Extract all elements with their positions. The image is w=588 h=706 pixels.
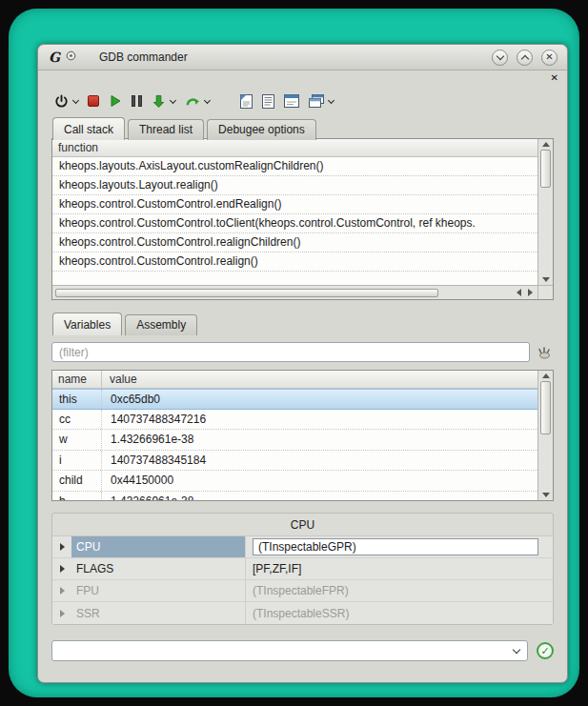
cpu-row[interactable]: FLAGS [PF,ZF,IF]: [52, 558, 553, 580]
variables-vertical-scrollbar[interactable]: [537, 371, 553, 500]
app-badge-icon: [66, 50, 76, 61]
callstack-row[interactable]: kheops.layouts.AxisLayout.customRealignC…: [52, 157, 537, 176]
scroll-right-icon[interactable]: [528, 289, 533, 296]
variable-row[interactable]: b 1.43266961e-38: [52, 492, 537, 501]
scroll-up-icon[interactable]: [542, 373, 550, 378]
pick-variable-icon[interactable]: [537, 345, 554, 359]
command-row: ✓: [51, 640, 554, 661]
expander[interactable]: [52, 543, 71, 551]
variable-value: 0x44150000: [102, 471, 182, 491]
dropdown-chevron-icon: [72, 96, 79, 103]
dock-close-button[interactable]: ✕: [551, 73, 558, 86]
apply-button[interactable]: ✓: [537, 642, 554, 659]
command-input[interactable]: [60, 644, 514, 657]
register-value-editor[interactable]: (TInspectableGPR): [253, 538, 538, 555]
titlebar[interactable]: G GDB commander ✕: [38, 45, 567, 71]
command-combobox[interactable]: [51, 640, 528, 661]
debug-windows-button[interactable]: [308, 93, 335, 109]
scroll-left-icon[interactable]: [517, 289, 521, 296]
value-column-header[interactable]: value: [102, 371, 537, 388]
power-button[interactable]: [53, 93, 79, 110]
variable-row[interactable]: cc 140737488347216: [52, 410, 537, 431]
register-group-value: (TInspectableGPR): [245, 536, 553, 557]
callstack-horizontal-scrollbar[interactable]: [52, 285, 537, 299]
tab-assembly[interactable]: Assembly: [125, 314, 197, 335]
scroll-down-icon[interactable]: [542, 277, 550, 282]
watch-window-button[interactable]: [283, 93, 300, 109]
variable-row[interactable]: i 140737488345184: [52, 451, 537, 472]
tab-thread-list[interactable]: Thread list: [128, 119, 204, 140]
variable-row[interactable]: this 0xc65db0: [52, 389, 537, 410]
dropdown-chevron-icon: [170, 96, 176, 103]
svg-text:G: G: [49, 50, 61, 65]
callstack-row[interactable]: kheops.control.CustomControl.realign(): [52, 252, 537, 272]
variable-name: i: [52, 451, 102, 471]
scrollbar-thumb[interactable]: [540, 150, 551, 188]
callstack-row[interactable]: kheops.control.CustomControl.endRealign(…: [52, 195, 537, 214]
teal-frame: G GDB commander ✕ ✕: [9, 9, 579, 697]
scrollbar-thumb[interactable]: [55, 289, 438, 297]
step-over-button[interactable]: [184, 93, 211, 110]
gdb-logo-icon: G: [48, 50, 63, 65]
callstack-row[interactable]: kheops.control.CustomControl.toClient(kh…: [52, 214, 537, 233]
minimize-button[interactable]: [492, 50, 508, 66]
chevron-right-icon: [60, 565, 65, 573]
run-button[interactable]: [108, 93, 123, 109]
scroll-down-icon[interactable]: [542, 493, 550, 497]
tab-variables[interactable]: Variables: [52, 313, 122, 335]
close-button[interactable]: ✕: [541, 50, 558, 66]
horizontal-scroll-arrows: [517, 289, 535, 296]
pause-button[interactable]: [131, 94, 143, 108]
cpu-row[interactable]: CPU (TInspectableGPR): [52, 536, 553, 558]
name-column-header[interactable]: name: [52, 371, 102, 388]
callstack-vertical-scrollbar[interactable]: [537, 139, 553, 285]
step-into-button[interactable]: [151, 93, 176, 110]
source-file-icon: [240, 94, 253, 109]
scrollbar-corner: [537, 285, 553, 299]
register-group-name: CPU: [71, 536, 245, 557]
callstack-column-header[interactable]: function: [52, 139, 537, 157]
watch-window-icon: [284, 94, 299, 108]
titlebar-buttons: ✕: [492, 50, 558, 66]
power-icon: [54, 94, 69, 109]
cpu-group: CPU CPU (TInspectableGPR) FLAGS [PF,ZF,I…: [51, 513, 554, 625]
cpu-row[interactable]: FPU (TInspectableFPR): [52, 580, 553, 602]
variable-name: this: [52, 390, 102, 409]
variable-row[interactable]: w 1.43266961e-38: [52, 430, 537, 451]
register-group-name: FLAGS: [71, 558, 245, 579]
variable-value: 0xc65db0: [102, 390, 169, 409]
stack-tabbar: Call stack Thread list Debugee options: [38, 116, 567, 139]
scrollbar-thumb[interactable]: [540, 381, 551, 434]
tab-debugee-options[interactable]: Debugee options: [207, 119, 316, 140]
call-list-button[interactable]: [261, 93, 275, 110]
scroll-up-icon[interactable]: [542, 142, 550, 147]
step-over-icon: [185, 94, 200, 109]
callstack-row[interactable]: kheops.layouts.Layout.realign(): [52, 176, 537, 195]
run-icon: [109, 94, 122, 108]
cpu-row[interactable]: SSR (TInspectableSSR): [52, 602, 553, 624]
variable-row[interactable]: child 0x44150000: [52, 471, 537, 492]
callstack-row[interactable]: kheops.control.CustomControl.realignChil…: [52, 233, 537, 252]
combo-dropdown-icon[interactable]: [513, 645, 520, 653]
expander[interactable]: [52, 610, 71, 617]
debug-toolbar: [38, 86, 567, 116]
close-icon: ✕: [545, 52, 553, 62]
cpu-group-title: CPU: [52, 514, 553, 535]
expander[interactable]: [52, 565, 71, 573]
filter-input[interactable]: [51, 342, 530, 362]
source-file-button[interactable]: [239, 93, 253, 110]
dropdown-chevron-icon: [204, 96, 211, 103]
step-into-icon: [152, 94, 166, 109]
stop-button[interactable]: [87, 94, 100, 108]
variable-value: 140737488345184: [102, 451, 214, 471]
pause-icon: [132, 95, 142, 107]
gdb-commander-window: G GDB commander ✕ ✕: [37, 44, 568, 683]
call-stack-panel: function kheops.layouts.AxisLayout.custo…: [51, 138, 554, 300]
variable-name: w: [52, 430, 102, 450]
variable-name: child: [52, 471, 102, 491]
variable-value: 1.43266961e-38: [102, 430, 202, 450]
maximize-button[interactable]: [517, 50, 533, 66]
tab-call-stack[interactable]: Call stack: [52, 117, 125, 140]
expander[interactable]: [52, 587, 71, 595]
chevron-down-icon: [496, 51, 503, 59]
